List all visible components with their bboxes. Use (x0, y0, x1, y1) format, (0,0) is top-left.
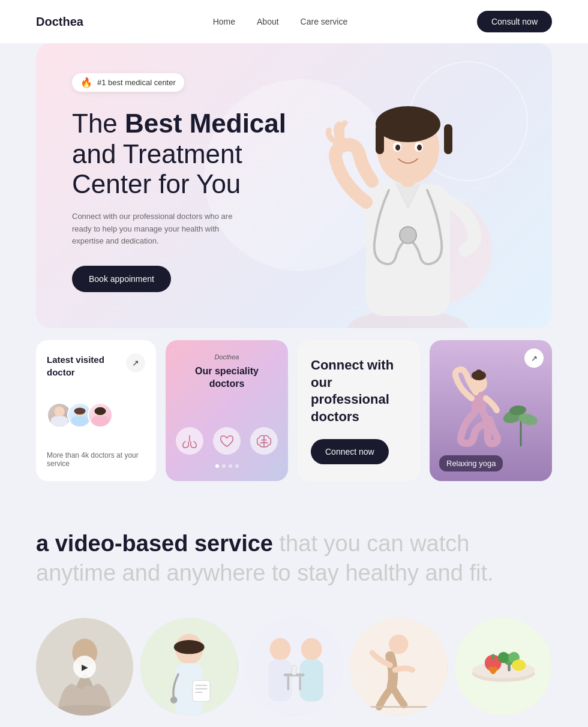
speciality-icons (176, 427, 278, 455)
card-latest-header: Latest visited doctor ↗ (47, 353, 145, 378)
dot-4 (235, 464, 239, 468)
svg-point-46 (301, 638, 322, 660)
video-section: a video-based service that you can watch… (0, 493, 588, 727)
thumbnail-nutrition[interactable] (455, 618, 552, 715)
svg-point-11 (400, 227, 416, 244)
thumb-3-inner (245, 618, 343, 715)
thumb-1-inner: ▶ (36, 618, 133, 715)
svg-point-29 (475, 369, 482, 377)
video-section-text: a video-based service that you can watch… (36, 529, 552, 588)
svg-rect-6 (444, 124, 452, 154)
svg-rect-16 (51, 416, 68, 427)
hero-section: 🔥 #1 best medical center The Best Medica… (36, 43, 552, 328)
play-button-1[interactable]: ▶ (73, 656, 96, 678)
nav-links: Home About Care service (213, 16, 348, 27)
thumbnail-meditation[interactable]: ▶ (36, 618, 133, 715)
svg-point-61 (498, 652, 509, 663)
hero-title-normal: The (72, 109, 125, 138)
consult-now-button[interactable]: Consult now (477, 11, 552, 32)
hero-title-bold: Best Medical (125, 109, 286, 138)
hero-title-rest: and TreatmentCenter for You (72, 139, 242, 199)
svg-point-38 (170, 696, 178, 704)
svg-point-53 (389, 635, 408, 654)
spec-icon-brain (250, 427, 278, 455)
cards-row: Latest visited doctor ↗ (36, 340, 552, 480)
carousel-dots (215, 464, 239, 468)
dot-1 (215, 464, 219, 468)
connect-now-button[interactable]: Connect now (311, 439, 389, 464)
svg-rect-63 (508, 663, 511, 672)
fire-icon: 🔥 (80, 77, 92, 88)
speciality-tag: Docthea (215, 353, 239, 361)
latest-doctor-title: Latest visited doctor (47, 353, 126, 378)
doctor-thumb-svg (140, 618, 238, 715)
hero-doctor-image (312, 70, 504, 328)
hero-title: The Best Medical and TreatmentCenter for… (72, 109, 286, 200)
consultation-svg (245, 618, 343, 715)
nav-item-care[interactable]: Care service (301, 16, 348, 27)
svg-rect-49 (287, 677, 289, 690)
card-connect: Connect with our professional doctors Co… (298, 340, 420, 480)
dot-3 (229, 464, 232, 468)
thumb-2-inner (140, 618, 238, 715)
nav-link-home[interactable]: Home (213, 17, 235, 26)
card-yoga: ↗ Relaxing yoga (430, 340, 552, 480)
thumbnail-fitness[interactable] (350, 618, 447, 715)
svg-point-19 (74, 408, 86, 414)
nutrition-svg (455, 618, 552, 715)
speciality-title: Our speciality doctors (176, 365, 277, 390)
svg-rect-50 (299, 677, 301, 690)
avatar-3 (88, 402, 113, 428)
video-thumbnails: ▶ (36, 618, 552, 715)
svg-rect-51 (292, 665, 296, 675)
nav-item-about[interactable]: About (257, 16, 279, 27)
hero-badge: 🔥 #1 best medical center (72, 73, 184, 92)
thumb-4-inner (350, 618, 447, 715)
spec-icon-heart (213, 427, 241, 455)
svg-point-44 (269, 638, 290, 660)
doctor-illustration (324, 76, 492, 328)
doctor-avatars (47, 402, 145, 428)
card-speciality: Docthea Our speciality doctors (166, 340, 288, 480)
fitness-svg (350, 618, 447, 715)
spec-icon-lungs (176, 427, 203, 455)
yoga-label: Relaxing yoga (439, 455, 503, 471)
svg-rect-18 (71, 416, 89, 427)
svg-point-64 (512, 660, 526, 671)
svg-rect-47 (299, 660, 323, 702)
doctor-stat: More than 4k doctors at your service (47, 451, 145, 468)
thumb-5-inner (455, 618, 552, 715)
book-appointment-button[interactable]: Book appoinment (72, 266, 171, 292)
svg-rect-39 (193, 681, 210, 702)
dot-2 (222, 464, 226, 468)
hero-badge-text: #1 best medical center (97, 78, 176, 87)
svg-point-10 (417, 145, 422, 151)
thumbnail-consultation[interactable] (245, 618, 343, 715)
navbar: Docthea Home About Care service Consult … (0, 0, 588, 43)
logo: Docthea (36, 15, 83, 29)
svg-rect-21 (92, 416, 109, 427)
connect-title: Connect with our professional doctors (311, 357, 407, 425)
svg-point-15 (54, 407, 64, 417)
yoga-arrow-button[interactable]: ↗ (524, 349, 544, 368)
svg-point-22 (95, 407, 106, 415)
hero-subtitle: Connect with our professional doctors wh… (72, 211, 240, 248)
svg-rect-5 (376, 124, 384, 154)
nav-item-home[interactable]: Home (213, 16, 235, 27)
thumbnail-doctor[interactable] (140, 618, 238, 715)
nav-link-care[interactable]: Care service (301, 17, 348, 26)
svg-rect-59 (491, 654, 494, 660)
hero-content: 🔥 #1 best medical center The Best Medica… (72, 73, 286, 292)
svg-point-4 (376, 106, 440, 142)
svg-point-37 (174, 640, 205, 654)
card-latest-doctor: Latest visited doctor ↗ (36, 340, 156, 480)
svg-point-9 (395, 145, 400, 151)
latest-doctor-arrow-button[interactable]: ↗ (126, 353, 145, 372)
yoga-svg (443, 350, 539, 470)
nav-link-about[interactable]: About (257, 17, 279, 26)
play-overlay-1: ▶ (36, 618, 133, 715)
video-text-bold: a video-based service (36, 531, 273, 556)
